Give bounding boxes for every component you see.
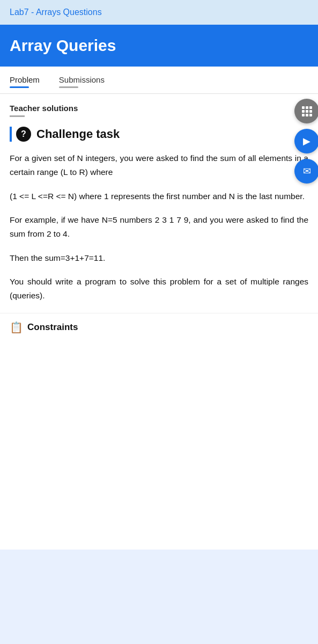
challenge-section: ? Challenge task [0,117,318,142]
teacher-solutions-label[interactable]: Teacher solutions [10,104,308,113]
problem-paragraph-5: You should write a program to solve this… [10,275,308,303]
top-bar-label: Lab7 - Arrays Questions [10,8,102,17]
send-icon: ✉ [303,165,311,177]
tab-submissions[interactable]: Submissions [59,67,111,93]
content-card: ▶ ✉ Problem Submissions Teacher solution… [0,67,318,550]
play-button[interactable]: ▶ [294,129,318,153]
problem-paragraph-1: For a given set of N integers, you were … [10,151,308,180]
grid-icon [302,106,312,116]
problem-paragraph-4: Then the sum=3+1+7=11. [10,251,308,265]
tab-problem-underline [10,86,29,88]
send-button[interactable]: ✉ [294,159,318,184]
play-icon: ▶ [303,135,310,147]
tab-problem-label: Problem [10,75,40,84]
problem-paragraph-3: For example, if we have N=5 numbers 2 3 … [10,213,308,241]
floating-buttons: ▶ ✉ [294,99,318,184]
constraints-label: Constraints [27,322,78,333]
challenge-title-text: Challenge task [36,127,120,141]
challenge-title: ? Challenge task [10,127,308,142]
teacher-solutions-section: Teacher solutions [0,94,318,117]
constraints-icon: 📋 [10,321,23,334]
top-bar: Lab7 - Arrays Questions [0,0,318,25]
constraints-preview: 📋 Constraints [0,313,318,334]
tab-submissions-label: Submissions [59,75,105,84]
header: Array Queries [0,25,318,67]
problem-text: For a given set of N integers, you were … [0,151,318,303]
grid-toggle-button[interactable] [294,99,318,123]
tabs-bar: Problem Submissions [0,67,318,94]
tab-submissions-underline [59,86,78,88]
page-title: Array Queries [10,36,308,55]
problem-paragraph-2: (1 <= L <=R <= N) where 1 represents the… [10,189,308,203]
tab-problem[interactable]: Problem [10,67,46,93]
challenge-icon: ? [16,127,31,142]
